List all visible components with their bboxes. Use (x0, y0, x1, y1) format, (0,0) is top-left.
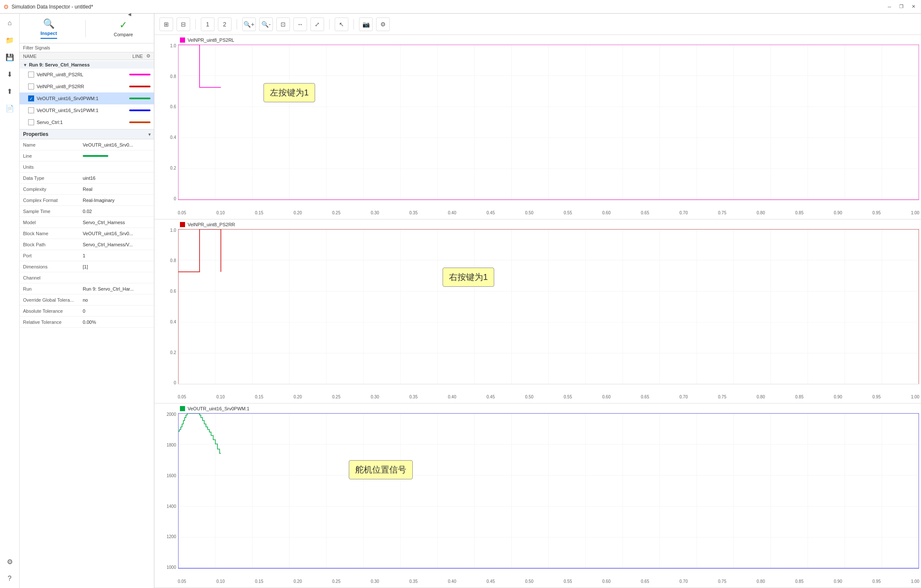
prop-value-7: Servo_Ctrl_Harness (83, 220, 151, 225)
panel-collapse-button[interactable]: ◀ (128, 14, 131, 17)
separator4 (353, 19, 354, 29)
icon-bar: ⌂ 📁 💾 ⬇ ⬆ 📄 ⚙ ? (0, 14, 20, 588)
x-tick-0: 0.20 (294, 210, 302, 218)
x-tick-2: 0.90 (834, 579, 842, 587)
x-tick-0: 0.65 (641, 210, 649, 218)
zoom-in-button[interactable]: 🔍+ (242, 17, 256, 31)
chart-grid-area-1[interactable]: 右按键为1 (178, 229, 919, 385)
properties-collapse-button[interactable]: ▾ (148, 132, 151, 137)
close-button[interactable]: ✕ (909, 3, 918, 11)
signal-checkbox-2[interactable]: ✓ (28, 95, 34, 101)
x-tick-2: 0.35 (409, 579, 417, 587)
prop-value-11: [1] (83, 264, 151, 269)
minimize-button[interactable]: ─ (885, 3, 894, 11)
nav-home-button[interactable]: ⌂ (2, 15, 17, 31)
zoom-full-button[interactable]: ⤢ (310, 17, 324, 31)
chart-color-dot-0 (180, 37, 185, 43)
signals-settings-icon[interactable]: ⚙ (146, 53, 151, 59)
signal-row-0[interactable]: VelNPR_uint8_PS2RL (20, 69, 154, 81)
x-tick-2: 1.00 (911, 579, 919, 587)
col-line-header: LINE (117, 54, 143, 59)
x-tick-0: 0.95 (872, 210, 880, 218)
chart-label-text-1: VelNPR_uint8_PS2RR (188, 222, 235, 227)
prop-value-0: VeOUTR_uint16_Srv0... (83, 142, 151, 147)
chart-grid-area-0[interactable]: 左按键为1 (178, 44, 919, 200)
cursor-button[interactable]: ↖ (335, 17, 348, 31)
x-tick-1: 0.15 (255, 395, 263, 402)
x-tick-0: 0.90 (834, 210, 842, 218)
y-tick-2: 1800 (156, 443, 176, 447)
prop-value-8: VeOUTR_uint16_Srv0... (83, 231, 151, 236)
x-tick-2: 0.75 (718, 579, 726, 587)
signal-row-2[interactable]: ✓VeOUTR_uint16_Srv0PWM:1 (20, 92, 154, 104)
camera-button[interactable]: 📷 (359, 17, 373, 31)
prop-row-9: Block PathServo_Ctrl_Harness/V... (20, 239, 154, 250)
chart-color-dot-1 (180, 222, 185, 227)
signal-row-1[interactable]: VelNPR_uint8_PS2RR (20, 81, 154, 92)
nav-save-button[interactable]: 💾 (2, 49, 17, 65)
inspect-icon: 🔍 (43, 18, 55, 29)
compare-label: Compare (114, 32, 133, 37)
run-header: ▼ Run 9: Servo_Ctrl_Harness (20, 61, 154, 69)
x-tick-1: 0.30 (371, 395, 379, 402)
layout-2-button[interactable]: 2 (218, 17, 232, 31)
prop-label-15: Absolute Tolerance (23, 308, 83, 314)
y-tick-2: 1600 (156, 473, 176, 478)
prop-value-14: no (83, 297, 151, 303)
x-tick-2: 0.95 (872, 579, 880, 587)
run-arrow-icon: ▼ (23, 63, 27, 67)
prop-row-11: Dimensions[1] (20, 261, 154, 272)
grid-2x2-button[interactable]: ⊞ (159, 17, 173, 31)
chart-panel-1: VelNPR_uint8_PS2RR1.00.80.60.40.20右按键为10… (154, 219, 921, 404)
x-tick-2: 0.05 (178, 579, 186, 587)
filter-bar: Filter Signals (20, 43, 154, 52)
y-axis-0: 1.00.80.60.40.20 (154, 35, 178, 210)
signal-checkbox-3[interactable] (28, 107, 34, 113)
inspect-underline (41, 38, 57, 39)
nav-settings-button[interactable]: ⚙ (2, 554, 17, 569)
grid-3x3-button[interactable]: ⊟ (177, 17, 190, 31)
y-axis-1: 1.00.80.60.40.20 (154, 219, 178, 394)
nav-download-button[interactable]: ⬇ (2, 66, 17, 82)
prop-row-4: ComplexityReal (20, 184, 154, 195)
y-tick-0: 0.8 (156, 74, 176, 79)
restore-button[interactable]: ❐ (897, 3, 906, 11)
signal-checkbox-1[interactable] (28, 84, 34, 89)
x-tick-1: 0.25 (332, 395, 340, 402)
compare-tab[interactable]: ✓ Compare (107, 18, 140, 39)
signal-name-3: VeOUTR_uint16_Srv1PWM:1 (37, 108, 127, 113)
signal-checkbox-0[interactable] (28, 72, 34, 78)
x-tick-0: 0.15 (255, 210, 263, 218)
x-tick-0: 0.70 (680, 210, 688, 218)
x-tick-0: 0.05 (178, 210, 186, 218)
prop-label-13: Run (23, 286, 83, 291)
signal-checkbox-4[interactable] (28, 119, 34, 125)
zoom-x-button[interactable]: ↔ (293, 17, 307, 31)
x-tick-2: 0.50 (525, 579, 533, 587)
chart-grid-area-2[interactable]: 舵机位置信号 (178, 413, 919, 569)
col-name-header: NAME (23, 54, 116, 59)
x-tick-1: 0.50 (525, 395, 533, 402)
app-icon: ⚙ (3, 3, 9, 10)
prop-row-16: Relative Tolerance0.00% (20, 317, 154, 328)
y-tick-0: 0.2 (156, 166, 176, 170)
zoom-fit-button[interactable]: ⊡ (276, 17, 290, 31)
prop-label-4: Complexity (23, 187, 83, 192)
chart-area: ⊞ ⊟ 1 2 🔍+ 🔍- ⊡ ↔ ⤢ ↖ 📷 ⚙ VelNPR_uin (154, 14, 921, 588)
prop-value-16: 0.00% (83, 320, 151, 325)
nav-help-button[interactable]: ? (2, 571, 17, 586)
nav-folder-button[interactable]: 📁 (2, 32, 17, 48)
nav-doc-button[interactable]: 📄 (2, 101, 17, 116)
x-tick-0: 1.00 (911, 210, 919, 218)
layout-1-button[interactable]: 1 (201, 17, 214, 31)
signal-name-1: VelNPR_uint8_PS2RR (37, 84, 127, 89)
signal-row-4[interactable]: Servo_Ctrl:1 (20, 116, 154, 128)
prop-value-6: 0.02 (83, 209, 151, 214)
nav-upload-button[interactable]: ⬆ (2, 84, 17, 99)
x-tick-1: 0.80 (757, 395, 765, 402)
chart-settings-button[interactable]: ⚙ (376, 17, 390, 31)
inspect-tab[interactable]: 🔍 Inspect (34, 17, 64, 40)
signal-row-3[interactable]: VeOUTR_uint16_Srv1PWM:1 (20, 104, 154, 116)
x-tick-1: 1.00 (911, 395, 919, 402)
zoom-out-button[interactable]: 🔍- (259, 17, 273, 31)
